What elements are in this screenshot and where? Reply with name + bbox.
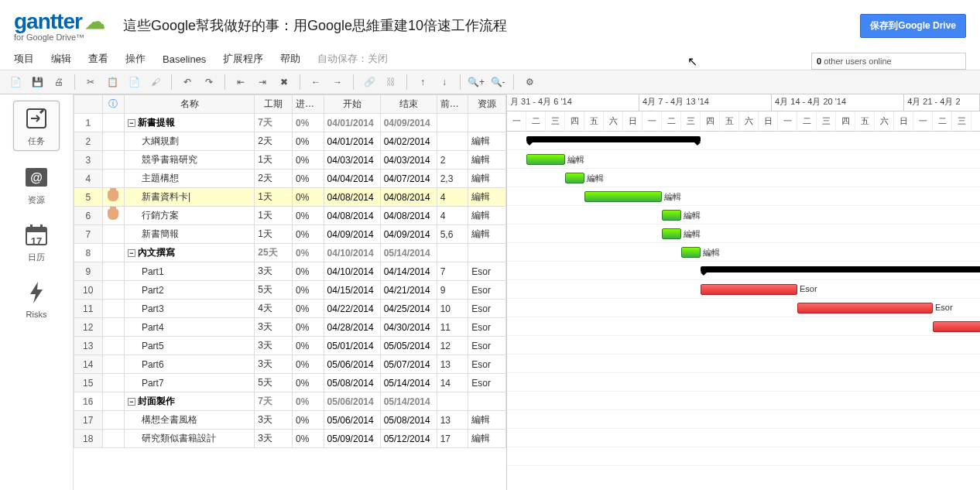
gantt-row[interactable]: Esor (507, 280, 980, 299)
save-to-drive-button[interactable]: 保存到Google Drive (860, 14, 966, 38)
row-end[interactable]: 04/14/2014 (380, 262, 437, 281)
doc-title[interactable]: 這些Google幫我做好的事：用Google思維重建10倍速工作流程 (123, 16, 860, 35)
row-end[interactable]: 05/14/2014 (380, 392, 437, 411)
row-name[interactable]: Part7 (124, 374, 254, 392)
row-name[interactable]: 新書資料卡| (124, 188, 254, 207)
gantt-row[interactable] (507, 355, 980, 373)
gantt-bar[interactable]: 編輯 (526, 154, 565, 165)
row-progress[interactable]: 0% (293, 318, 324, 337)
col-pred[interactable]: 前置任 (437, 95, 468, 114)
table-row[interactable]: 8−內文撰寫25天0%04/10/201405/14/2014 (74, 244, 506, 262)
row-res[interactable]: 編輯 (468, 188, 506, 207)
row-start[interactable]: 04/08/2014 (324, 207, 380, 225)
prev-icon[interactable]: ← (307, 73, 325, 91)
row-progress[interactable]: 0% (293, 337, 324, 355)
settings-icon[interactable]: ⚙ (520, 73, 539, 91)
row-start[interactable]: 04/09/2014 (324, 225, 380, 244)
row-progress[interactable]: 0% (293, 374, 324, 392)
gantt-bar[interactable]: 編輯 (584, 191, 662, 202)
col-progress[interactable]: 进度百 (293, 95, 324, 114)
table-row[interactable]: 17構想全書風格3天0%05/06/201405/08/201413編輯 (74, 411, 506, 430)
format-icon[interactable]: 🖌 (146, 73, 165, 91)
next-icon[interactable]: → (328, 73, 347, 91)
table-row[interactable]: 7新書簡報1天0%04/09/201404/09/20145,6編輯 (74, 225, 506, 244)
table-row[interactable]: 9Part13天0%04/10/201404/14/20147Esor (74, 262, 506, 281)
row-name[interactable]: Part3 (124, 300, 254, 318)
table-row[interactable]: 10Part25天0%04/15/201404/21/20149Esor (74, 281, 506, 300)
row-start[interactable]: 04/22/2014 (324, 300, 380, 318)
row-name[interactable]: 研究類似書籍設計 (124, 430, 254, 448)
row-progress[interactable]: 0% (293, 262, 324, 281)
col-id[interactable] (74, 95, 103, 114)
new-icon[interactable]: 📄 (6, 73, 25, 91)
row-pred[interactable]: 4 (437, 188, 468, 207)
row-pred[interactable]: 2,3 (437, 170, 468, 188)
row-start[interactable]: 05/09/2014 (324, 430, 380, 448)
row-start[interactable]: 04/08/2014 (324, 188, 380, 207)
row-end[interactable]: 05/14/2014 (380, 374, 437, 392)
row-progress[interactable]: 0% (293, 114, 324, 132)
row-duration[interactable]: 3天 (255, 430, 293, 448)
row-name[interactable]: Part1 (124, 262, 254, 281)
cut-icon[interactable]: ✂ (81, 73, 100, 91)
row-start[interactable]: 04/28/2014 (324, 318, 380, 337)
row-progress[interactable]: 0% (293, 300, 324, 318)
row-name[interactable]: Part6 (124, 355, 254, 374)
row-progress[interactable]: 0% (293, 244, 324, 262)
row-name[interactable]: 大綱規劃 (124, 132, 254, 151)
table-row[interactable]: 2大綱規劃2天0%04/01/201404/02/2014編輯 (74, 132, 506, 151)
menu-actions[interactable]: 操作 (125, 52, 146, 66)
row-pred[interactable]: 5,6 (437, 225, 468, 244)
row-res[interactable]: 編輯 (468, 207, 506, 225)
row-pred[interactable] (437, 114, 468, 132)
gantt-bar[interactable]: 編輯 (681, 247, 701, 258)
row-res[interactable] (468, 244, 506, 262)
row-duration[interactable]: 5天 (255, 281, 293, 300)
row-res[interactable]: Esor (468, 262, 506, 281)
row-name[interactable]: 主題構想 (124, 170, 254, 188)
row-start[interactable]: 04/10/2014 (324, 262, 380, 281)
unlink-icon[interactable]: ⛓ (382, 73, 400, 91)
gantt-row[interactable]: 編輯 (507, 169, 980, 187)
row-start[interactable]: 05/01/2014 (324, 337, 380, 355)
paste-icon[interactable]: 📄 (125, 73, 143, 91)
gantt-row[interactable]: 編輯 (507, 224, 980, 243)
col-res[interactable]: 资源 (468, 95, 506, 114)
row-end[interactable]: 05/14/2014 (380, 244, 437, 262)
row-pred[interactable] (437, 244, 468, 262)
col-end[interactable]: 结束 (380, 95, 437, 114)
row-progress[interactable]: 0% (293, 225, 324, 244)
row-end[interactable]: 04/30/2014 (380, 318, 437, 337)
sidebar-calendar[interactable]: 17 日历 (13, 218, 60, 266)
row-progress[interactable]: 0% (293, 392, 324, 411)
row-name[interactable]: Part4 (124, 318, 254, 337)
row-end[interactable]: 04/02/2014 (380, 132, 437, 151)
row-name[interactable]: 競爭書籍研究 (124, 151, 254, 170)
row-pred[interactable]: 4 (437, 207, 468, 225)
row-start[interactable]: 04/10/2014 (324, 244, 380, 262)
row-progress[interactable]: 0% (293, 207, 324, 225)
row-duration[interactable]: 2天 (255, 170, 293, 188)
sidebar-resources[interactable]: @ 资源 (13, 160, 60, 209)
sidebar-tasks[interactable]: 任务 (13, 101, 60, 151)
row-duration[interactable]: 3天 (255, 337, 293, 355)
row-duration[interactable]: 3天 (255, 318, 293, 337)
gantt-bar[interactable]: 編輯 (565, 173, 584, 183)
row-duration[interactable]: 1天 (255, 151, 293, 170)
table-row[interactable]: 11Part34天0%04/22/201404/25/201410Esor (74, 300, 506, 318)
table-row[interactable]: 15Part75天0%05/08/201405/14/201414Esor (74, 374, 506, 392)
col-start[interactable]: 开始 (324, 95, 380, 114)
table-row[interactable]: 12Part43天0%04/28/201404/30/201411Esor (74, 318, 506, 337)
row-name[interactable]: Part2 (124, 281, 254, 300)
row-start[interactable]: 04/15/2014 (324, 281, 380, 300)
row-duration[interactable]: 2天 (255, 132, 293, 151)
row-res[interactable]: Esor (468, 300, 506, 318)
table-row[interactable]: 16−封面製作7天0%05/06/201405/14/2014 (74, 392, 506, 411)
indent-icon[interactable]: ⇥ (253, 73, 272, 91)
row-progress[interactable]: 0% (293, 132, 324, 151)
row-name[interactable]: 構想全書風格 (124, 411, 254, 430)
copy-icon[interactable]: 📋 (103, 73, 122, 91)
row-duration[interactable]: 3天 (255, 355, 293, 374)
row-start[interactable]: 04/01/2014 (324, 132, 380, 151)
row-res[interactable]: 編輯 (468, 132, 506, 151)
